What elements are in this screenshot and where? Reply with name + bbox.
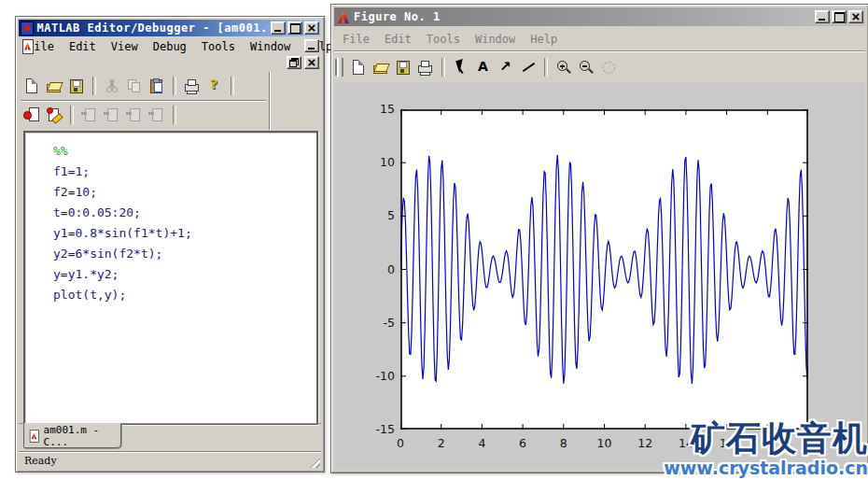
figure-client-area: 02468101214161820151050-5-10-15 — [334, 82, 865, 470]
open-folder-icon — [372, 60, 389, 75]
toolbar-row-separator — [21, 100, 266, 102]
resize-grip[interactable] — [308, 456, 320, 468]
zoom-out-button[interactable] — [577, 59, 595, 76]
plot-area[interactable] — [400, 109, 808, 430]
step-out-icon — [126, 107, 143, 122]
x-tick-label: 2 — [438, 436, 445, 450]
status-bar: Ready — [19, 451, 321, 469]
run-to-cursor-button — [147, 106, 166, 123]
file-tab[interactable]: am001.m - C... — [23, 423, 121, 448]
toolbar-band-separator — [269, 72, 271, 130]
zoom-in-icon — [555, 60, 572, 75]
help-icon — [206, 78, 223, 93]
save-icon — [395, 60, 412, 75]
run-to-cursor-icon — [148, 107, 165, 122]
y-tick-label: -5 — [367, 315, 395, 329]
code-line: y=y1.*y2; — [53, 264, 313, 285]
figure-toolbar — [336, 54, 619, 80]
menu-item[interactable]: Window — [468, 31, 523, 48]
toolbar-separator — [544, 58, 548, 77]
print-button[interactable] — [416, 59, 435, 76]
menubar-separator — [334, 50, 865, 52]
editor-app-icon — [21, 21, 34, 35]
zoom-in-button[interactable] — [554, 59, 573, 76]
breakpoint-icon — [23, 107, 40, 122]
code-line: y2=6*sin(f2*t); — [53, 244, 313, 264]
code-editor[interactable]: %%f1=1;f2=10;t=0:0.05:20;y1=0.8*sin(f1*t… — [23, 131, 318, 425]
toolbar-grip[interactable] — [337, 58, 343, 77]
editor-menubar: FileEditViewDebugToolsWindowHelp — [20, 37, 301, 55]
child-restore-button[interactable] — [287, 56, 301, 69]
menu-item[interactable]: File — [335, 31, 377, 48]
step-icon — [81, 107, 98, 122]
menu-item[interactable]: Edit — [377, 31, 419, 48]
maximize-button[interactable] — [832, 10, 847, 23]
print-icon — [184, 78, 201, 93]
matlab-logo-icon — [336, 10, 351, 23]
y-tick-label: 0 — [367, 261, 395, 275]
close-button[interactable] — [848, 10, 863, 23]
y-tick-label: -15 — [367, 422, 395, 436]
child-minimize-button[interactable] — [304, 39, 319, 52]
step-in-icon — [104, 107, 120, 122]
editor-window: MATLAB Editor/Debugger - [am001.m... Fil… — [15, 16, 325, 473]
desktop: MATLAB Editor/Debugger - [am001.m... Fil… — [0, 0, 868, 480]
figure-window-title: Figure No. 1 — [354, 10, 812, 23]
paste-button[interactable] — [147, 78, 166, 94]
code-text: %%f1=1;f2=10;t=0:0.05:20;y1=0.8*sin(f1*t… — [25, 133, 316, 305]
editor-titlebar[interactable]: MATLAB Editor/Debugger - [am001.m... — [19, 20, 321, 36]
menu-item[interactable]: Help — [523, 31, 565, 48]
save-button[interactable] — [67, 78, 86, 94]
figure-titlebar[interactable]: Figure No. 1 — [334, 7, 865, 26]
minimize-button[interactable] — [271, 21, 286, 35]
print-button[interactable] — [183, 78, 202, 94]
line-tool-button[interactable] — [519, 59, 538, 76]
signal-plot — [400, 109, 808, 430]
toolbar-separator — [441, 58, 445, 77]
menu-item[interactable]: Window — [243, 38, 298, 55]
pointer-button[interactable] — [452, 59, 470, 76]
maximize-button[interactable] — [287, 21, 302, 35]
code-line: y1=0.8*sin(f1*t)+1; — [53, 223, 313, 244]
text-tool-button[interactable] — [474, 59, 493, 76]
y-tick-label: 10 — [367, 155, 395, 169]
child-close-button[interactable] — [304, 56, 319, 69]
file-tab-label: am001.m - C... — [44, 424, 119, 448]
save-button[interactable] — [394, 59, 413, 76]
editor-debug-toolbar — [21, 102, 180, 128]
cut-button — [103, 78, 121, 94]
new-document-button[interactable] — [22, 78, 41, 94]
open-folder-button[interactable] — [371, 59, 390, 76]
help-button[interactable] — [205, 78, 224, 94]
open-folder-icon — [46, 78, 63, 93]
breakpoint-button[interactable] — [22, 106, 41, 123]
code-line: %% — [53, 141, 313, 162]
toolbar-separator — [173, 106, 176, 124]
x-tick-label: 16 — [720, 436, 735, 450]
menu-item[interactable]: Edit — [62, 38, 104, 55]
line-tool-icon — [520, 60, 537, 75]
x-tick-label: 0 — [397, 436, 404, 450]
rotate-button — [599, 59, 618, 76]
clear-breakpoints-button[interactable] — [45, 106, 63, 123]
code-line: f2=10; — [53, 182, 313, 203]
toolbar-separator — [70, 106, 74, 124]
clear-breakpoints-icon — [46, 107, 63, 122]
open-folder-button[interactable] — [45, 78, 63, 94]
menu-item[interactable]: View — [104, 38, 146, 55]
editor-window-title: MATLAB Editor/Debugger - [am001.m... — [36, 21, 268, 35]
menu-item[interactable]: Debug — [146, 38, 194, 55]
minimize-button[interactable] — [815, 10, 830, 23]
arrow-tool-button[interactable] — [497, 59, 515, 76]
code-line: f1=1; — [53, 162, 313, 182]
pointer-icon — [453, 60, 469, 75]
new-document-button[interactable] — [349, 59, 368, 76]
close-button[interactable] — [304, 21, 319, 35]
menu-item[interactable]: Tools — [419, 31, 468, 48]
rotate-icon — [600, 60, 617, 75]
arrow-tool-icon — [497, 60, 514, 75]
toolbar-separator — [92, 77, 96, 95]
menu-item[interactable]: Tools — [194, 38, 243, 55]
y-tick-label: -10 — [367, 369, 395, 383]
step-button — [80, 106, 99, 123]
